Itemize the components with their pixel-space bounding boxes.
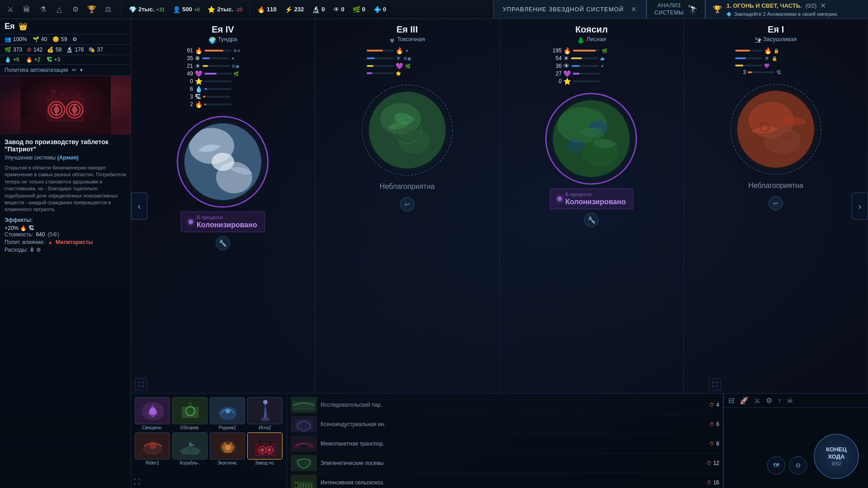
planets-area: ‹ Ея IV 🌍 Тундра 91 🔥 ❄✦ 35 ❄ bbox=[131, 19, 868, 393]
small-btn-settings[interactable]: ⚙ bbox=[789, 456, 807, 474]
system-analysis-button[interactable]: АНАЛИЗ СИСТЕМЫ 🔭 bbox=[646, 0, 705, 19]
icon-building[interactable]: 🏛 bbox=[22, 5, 32, 14]
nav-arrow-right[interactable]: › bbox=[852, 192, 868, 220]
top-bar: ⚔ 🏛 ⚗ △ ⚙ 🏆 ⚖ 💎 2тыс. +31 👤 500 +0 ⭐ 2ты… bbox=[0, 0, 868, 19]
building-thumbnails: Священн. Обозрев. bbox=[135, 397, 283, 465]
small-action-buttons: 🗺 ⚙ bbox=[767, 456, 807, 474]
bottom-area: Священн. Обозрев. bbox=[131, 393, 868, 488]
svg-rect-58 bbox=[259, 440, 262, 446]
expense-row: Расходы: 8 ⚙ bbox=[5, 247, 126, 253]
svg-rect-7 bbox=[52, 92, 56, 101]
building-thumb-spring[interactable]: Родник2 bbox=[210, 397, 245, 430]
building-image bbox=[0, 76, 131, 135]
planet-action-button-ea4[interactable]: 🔧 bbox=[216, 236, 230, 250]
building-thumb-scout[interactable]: Обозрев. bbox=[172, 397, 208, 430]
population-value: 500 bbox=[182, 6, 192, 13]
rp-icon-grid[interactable]: ⊟ bbox=[728, 396, 734, 405]
research-item-3[interactable]: Эпигенетические посевы ⏱ 12 bbox=[291, 454, 719, 473]
stars-value: 2тыс. bbox=[217, 6, 233, 13]
quest-panel: 🏆 1. ОГОНЬ И СВЕТ, ЧАСТЬ. (0/2) ✕ ◆ Завл… bbox=[705, 0, 868, 19]
building-thumb-needle[interactable]: Игла2 bbox=[247, 397, 283, 430]
research-thumb-epigen bbox=[291, 455, 317, 471]
research-thumb-xeno bbox=[291, 416, 317, 432]
research-item-4[interactable]: Интенсивная сельскохоз. ⏱ 16 bbox=[291, 473, 719, 488]
automation-edit-icon[interactable]: ✏ bbox=[72, 67, 76, 73]
building-thumb-ship[interactable]: Корабль-. bbox=[172, 432, 208, 465]
rp-icon-up[interactable]: ↑ bbox=[778, 397, 781, 405]
unfavorable-badge-ea1: Неблагоприятна bbox=[741, 179, 811, 192]
planet-action-button-ea1[interactable]: ↩ bbox=[769, 196, 783, 211]
planet-stats-ea3: 🔥 ✦ ☀ ⚙◉ 💜 🌿 ⭐ bbox=[367, 47, 448, 77]
research-item-2[interactable]: Межпланетная транспор. ⏱ 8 bbox=[291, 434, 719, 454]
end-turn-cost: ⚙52 bbox=[831, 461, 841, 467]
building-card: Завод по производству таблеток "Патриот"… bbox=[0, 76, 131, 488]
quest-icon: 🏆 bbox=[713, 5, 722, 13]
unfavorable-text-ea1: Неблагоприятна bbox=[748, 182, 803, 189]
cost-row: Стоимость: 640 (5⚙) bbox=[5, 231, 126, 238]
research-name-3: Эпигенетические посевы bbox=[321, 460, 703, 466]
svg-point-11 bbox=[60, 91, 65, 94]
svg-point-46 bbox=[263, 400, 268, 404]
buildings-panel: Священн. Обозрев. bbox=[131, 394, 287, 488]
small-btn-map[interactable]: 🗺 bbox=[767, 456, 785, 474]
research-thumb-park bbox=[291, 397, 317, 413]
influence-row: Полит. влияние: ▲ Милитаристы bbox=[5, 239, 126, 245]
pop-icon: 👥 bbox=[5, 36, 11, 42]
planet-type-ea1: Засушливая bbox=[763, 36, 797, 42]
building-label-rider: Rider2 bbox=[146, 460, 159, 465]
icon-scales[interactable]: ⚖ bbox=[103, 5, 113, 14]
rp-icon-ship[interactable]: 🚀 bbox=[740, 396, 749, 405]
planet-type-ea4: Тундра bbox=[218, 36, 237, 42]
icon-triangle[interactable]: △ bbox=[54, 5, 64, 14]
settings-icon: ⚙ bbox=[72, 36, 77, 42]
building-title: Завод по производству таблеток "Патриот" bbox=[5, 138, 126, 153]
building-subtitle: Улучшение системы (Армия) bbox=[5, 155, 126, 161]
rp-icon-settings[interactable]: ⚙ bbox=[766, 396, 772, 405]
expand-right-icon[interactable]: ⛶ bbox=[708, 378, 721, 391]
resource-population: 👤 500 +0 bbox=[173, 6, 199, 13]
planet-action-button-ea3[interactable]: ↩ bbox=[400, 197, 415, 211]
colonized-text: Колонизировано bbox=[197, 221, 257, 229]
planet-name-row: Ея 👑 bbox=[0, 19, 131, 34]
research-panel: Исследовательский пар. ⏱ 4 Ксенои bbox=[287, 394, 723, 488]
building-thumb-exotic[interactable]: Экзотиче. bbox=[210, 432, 245, 465]
planet-column-ea1: Ея I 🏜 Засушливая 🔥 🔒 ☀ 🔒 bbox=[684, 19, 868, 393]
star-system-button[interactable]: УПРАВЛЕНИЕ ЗВЕЗДНОЙ СИСТЕМОЙ ✕ bbox=[493, 0, 646, 19]
icon-gear[interactable]: ⚙ bbox=[71, 5, 80, 14]
building-thumb-factory[interactable]: Завод по. bbox=[247, 432, 283, 465]
res-prod: ⚙ 142 bbox=[27, 47, 42, 53]
res-food: 🌿 373 bbox=[5, 47, 22, 53]
quest-complete-icon[interactable]: ✕ bbox=[820, 1, 826, 10]
planet-name-ea4: Ея IV bbox=[212, 24, 234, 35]
building-description: Открытия в области биоинженерии находят … bbox=[5, 164, 126, 213]
stars-icon: ⭐ bbox=[208, 6, 215, 13]
building-tag: (Армия) bbox=[57, 155, 79, 161]
building-thumb-sacred[interactable]: Священн. bbox=[135, 397, 170, 430]
nav-arrow-left[interactable]: ‹ bbox=[131, 192, 147, 220]
icon-sword[interactable]: ⚔ bbox=[5, 5, 15, 14]
icon-flask[interactable]: ⚗ bbox=[38, 5, 48, 14]
automation-expand-icon[interactable]: ▾ bbox=[80, 67, 83, 73]
rp-icon-heart-sword[interactable]: ⚔ bbox=[754, 396, 760, 405]
research-list: Исследовательский пар. ⏱ 4 Ксенои bbox=[287, 394, 723, 488]
building-thumb-rider[interactable]: Rider2 bbox=[135, 432, 170, 465]
building-label-ship: Корабль-. bbox=[180, 460, 200, 465]
icon-trophy[interactable]: 🏆 bbox=[87, 5, 97, 14]
analysis-icon: 🔭 bbox=[688, 5, 698, 14]
research-item-1[interactable]: Ксеноиндустриальная ин. ⏱ 6 bbox=[291, 415, 719, 434]
close-star-system-icon[interactable]: ✕ bbox=[631, 5, 637, 14]
svg-point-69 bbox=[295, 443, 300, 448]
end-turn-button[interactable]: КОНЕЦХОДА ⚙52 bbox=[814, 434, 859, 479]
planet-column-ea3: Ея III ☣ Токсичная 🔥 ✦ ☀ ⚙◉ bbox=[316, 19, 500, 393]
research-item-0[interactable]: Исследовательский пар. ⏱ 4 bbox=[291, 395, 719, 415]
bottom-expand-buildings-icon[interactable]: ⛶ bbox=[134, 478, 140, 485]
expand-left-icon[interactable]: ⛶ bbox=[135, 378, 147, 391]
planet-action-button-koyasil[interactable]: 🔧 bbox=[584, 213, 599, 227]
pop-settings[interactable]: ⚙ bbox=[72, 36, 77, 42]
rp-icon-skull[interactable]: ☠ bbox=[787, 396, 793, 405]
pop-percent: 👥 100% bbox=[5, 36, 27, 42]
svg-point-37 bbox=[149, 408, 156, 415]
svg-point-10 bbox=[51, 89, 57, 92]
top-bar-icons: ⚔ 🏛 ⚗ △ ⚙ 🏆 ⚖ bbox=[0, 5, 118, 14]
population-icon: 👤 bbox=[173, 6, 180, 13]
